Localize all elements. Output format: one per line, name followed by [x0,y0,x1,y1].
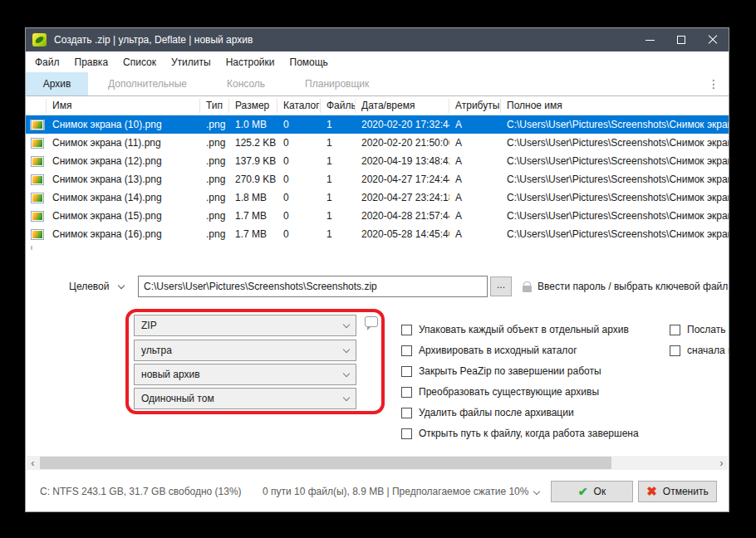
volume-value: Одиночный том [141,393,214,404]
cell-type: .png [200,137,229,149]
cell-attributes: A [449,174,501,185]
close-button[interactable] [697,28,729,51]
cell-type: .png [200,210,229,222]
cell-fullname: C:\Users\User\Pictures\Screenshots\Снимо… [501,228,729,240]
peazip-create-archive-window: Создать .zip | ультра, Deflate | новый а… [25,27,729,512]
checkbox-label: Удалить файлы после архивации [419,407,574,418]
cell-fullname: C:\Users\User\Pictures\Screenshots\Снимо… [501,192,729,203]
cell-fullname: C:\Users\User\Pictures\Screenshots\Снимо… [501,119,729,130]
column-header-attributes[interactable]: Атрибуты [449,99,501,113]
compression-level-select[interactable]: ультра [134,340,356,361]
cell-attributes: A [449,192,501,203]
checkbox-delete-after-archiving[interactable]: Удалить файлы после архивации [401,406,574,419]
checkbox-box[interactable] [670,325,680,335]
format-select[interactable]: ZIP [134,315,356,336]
format-select-value: ZIP [141,320,157,331]
menu-help[interactable]: Помощь [282,51,336,72]
cell-size: 1.0 MB [229,119,277,130]
cell-datetime: 2020-05-28 14:45:40 [356,228,449,240]
menu-file[interactable]: Файл [26,51,67,72]
cell-dirs: 0 [277,137,321,149]
target-path-input[interactable] [138,276,488,297]
checkbox-box[interactable] [401,325,412,335]
table-row[interactable]: Снимок экрана (10).png .png 1.0 MB 0 1 2… [26,115,729,134]
cell-name: Снимок экрана (14).png [47,192,200,203]
column-header-dirs[interactable]: Каталоги [277,99,321,113]
target-dropdown-chevron-icon[interactable] [118,282,125,289]
archive-mode-select[interactable]: новый архив [134,364,356,385]
checkbox-box[interactable] [401,408,412,418]
scroll-left-icon[interactable]: ‹ [27,456,39,470]
scroll-right-icon[interactable]: › [715,456,728,470]
column-header-size[interactable]: Размер [229,99,277,113]
volume-select[interactable]: Одиночный том [134,388,356,409]
title-bar[interactable]: Создать .zip | ультра, Deflate | новый а… [26,28,729,51]
menu-settings[interactable]: Настройки [218,51,282,72]
checkbox-box[interactable] [401,428,412,439]
menu-utilities[interactable]: Утилиты [164,51,218,72]
cell-files: 1 [321,228,356,240]
file-type-icon [26,211,47,222]
cell-type: .png [200,119,229,130]
menu-bar: Файл Правка Список Утилиты Настройки Пом… [26,51,729,72]
table-row[interactable]: Снимок экрана (11).png .png 125.2 KB 0 1… [26,134,729,152]
menu-list[interactable]: Список [115,51,164,72]
tab-archive[interactable]: Архив [26,72,88,95]
tab-overflow-menu-icon[interactable]: ⋮ [699,72,729,95]
cell-type: .png [200,228,229,240]
checkbox-label: Упаковать каждый объект в отдельный архи… [419,324,629,335]
cell-name: Снимок экрана (10).png [47,119,200,130]
cell-datetime: 2020-02-20 17:32:44 [356,119,449,130]
ok-button[interactable]: ✔ Ок [551,481,633,502]
cell-fullname: C:\Users\User\Pictures\Screenshots\Снимо… [501,174,729,185]
tab-console[interactable]: Консоль [207,72,285,95]
checkbox-tar-first[interactable]: сначала в Т [670,344,729,357]
chevron-down-icon [343,369,350,376]
minimize-icon [646,40,655,41]
tab-scheduler[interactable]: Планировщик [285,72,389,95]
checkbox-box[interactable] [401,366,412,377]
checkbox-each-object-separate[interactable]: Упаковать каждый объект в отдельный архи… [401,323,629,336]
password-link[interactable]: Ввести пароль / выбрать ключевой файл [523,279,729,294]
browse-button[interactable]: ... [490,276,512,296]
checkbox-convert-existing[interactable]: Преобразовать существующие архивы [401,385,599,399]
screenshot-background: Создать .zip | ультра, Deflate | новый а… [0,0,756,538]
checkbox-close-peazip[interactable]: Закрыть PeaZip по завершении работы [401,364,601,378]
table-row[interactable]: Снимок экрана (15).png .png 1.7 MB 0 1 2… [26,207,729,225]
cell-datetime: 2020-04-19 13:48:42 [356,155,449,167]
archive-mode-value: новый архив [141,369,200,380]
column-header-name[interactable]: Имя [47,99,200,113]
maximize-button[interactable] [665,28,697,51]
file-type-icon [26,120,47,130]
checkbox-box[interactable] [670,345,680,356]
column-header-files[interactable]: Файлы [321,99,356,113]
status-dropdown-chevron-icon[interactable] [533,488,540,495]
header-icon-spacer [26,99,47,113]
checkbox-send-by-mail[interactable]: Послать по [670,323,729,336]
checkbox-open-path-when-done[interactable]: Открыть путь к файлу, когда работа завер… [401,427,639,440]
scrollbar-thumb[interactable] [40,457,611,469]
cell-fullname: C:\Users\User\Pictures\Screenshots\Снимо… [501,137,729,149]
comment-bubble-icon[interactable] [365,316,378,327]
checkbox-box[interactable] [401,387,412,398]
compression-level-value: ультра [141,345,172,356]
checkbox-box[interactable] [401,345,412,356]
cell-attributes: A [449,210,501,222]
menu-edit[interactable]: Правка [67,51,116,72]
table-row[interactable]: Снимок экрана (14).png .png 1.8 MB 0 1 2… [26,188,729,207]
column-header-fullname[interactable]: Полное имя [501,99,729,113]
tab-advanced[interactable]: Дополнительные [88,72,207,95]
checkbox-label: Послать по [687,324,729,335]
cell-name: Снимок экрана (15).png [47,210,200,222]
table-row[interactable]: Снимок экрана (16).png .png 1.7 MB 0 1 2… [26,225,729,243]
checkbox-archive-to-source[interactable]: Архивировать в исходный каталог [401,344,577,357]
column-header-type[interactable]: Тип [200,99,229,113]
cancel-button[interactable]: ✖ Отменить [638,481,717,502]
horizontal-scrollbar[interactable]: ‹ › [27,456,728,470]
table-row[interactable]: Снимок экрана (12).png .png 137.9 KB 0 1… [26,152,729,170]
cell-type: .png [200,174,229,185]
table-row[interactable]: Снимок экрана (13).png .png 270.9 KB 0 1… [26,170,729,188]
minimize-button[interactable] [634,28,665,51]
column-header-datetime[interactable]: Дата/время [356,99,449,113]
cell-fullname: C:\Users\User\Pictures\Screenshots\Снимо… [501,155,729,167]
